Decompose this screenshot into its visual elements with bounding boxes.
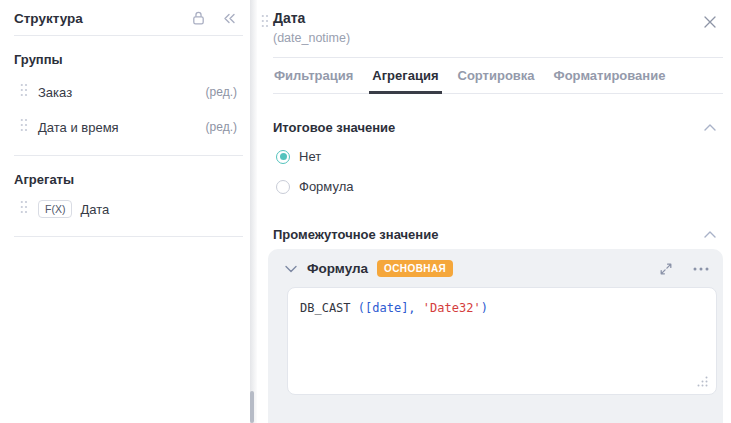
chevron-up-icon[interactable]	[704, 124, 716, 131]
sidebar-divider	[14, 236, 243, 237]
collapse-sidebar-icon[interactable]	[222, 12, 237, 25]
drag-handle-icon[interactable]	[20, 200, 28, 218]
tab-formatting[interactable]: Форматирование	[553, 66, 667, 93]
edit-group-link[interactable]: (ред.)	[206, 120, 237, 134]
sidebar-divider	[14, 35, 243, 36]
structure-sidebar: Структура Группы Заказ	[0, 0, 250, 423]
formula-code-editor[interactable]: DB_CAST ([date], 'Date32')	[287, 287, 717, 395]
chevron-down-icon[interactable]	[285, 265, 297, 273]
group-item-date-time[interactable]: Дата и время (ред.)	[20, 118, 237, 136]
total-value-section-title: Итоговое значение	[273, 120, 395, 135]
group-label: Заказ	[38, 85, 206, 100]
code-function: DB_CAST	[300, 301, 358, 315]
radio-option-formula[interactable]: Формула	[276, 179, 723, 194]
expand-icon[interactable]	[659, 262, 673, 276]
field-settings-panel: Дата (date_notime) Фильтрация Агрегация …	[257, 0, 731, 423]
settings-tabs: Фильтрация Агрегация Сортировка Форматир…	[273, 66, 723, 94]
group-label: Дата и время	[38, 120, 206, 135]
group-item-zakaz[interactable]: Заказ (ред.)	[20, 83, 237, 101]
vertical-scrollbar-thumb[interactable]	[250, 391, 254, 423]
field-title: Дата	[273, 10, 715, 27]
aggregate-item-data[interactable]: F(X) Дата	[20, 200, 237, 218]
resize-handle-icon[interactable]	[697, 376, 708, 387]
sidebar-title: Структура	[14, 11, 191, 26]
drag-handle-icon[interactable]	[20, 83, 28, 101]
header-divider	[273, 57, 723, 58]
lock-icon[interactable]	[191, 10, 206, 26]
primary-badge: ОСНОВНАЯ	[377, 260, 453, 277]
field-subtitle: (date_notime)	[273, 31, 715, 46]
tab-sorting[interactable]: Сортировка	[457, 66, 536, 93]
tab-aggregation[interactable]: Агрегация	[371, 66, 439, 93]
intermediate-value-section-title: Промежуточное значение	[273, 227, 438, 242]
panel-drag-handle-icon[interactable]	[261, 14, 269, 32]
sidebar-divider	[14, 155, 243, 156]
radio-option-none[interactable]: Нет	[276, 149, 723, 164]
code-close-paren: )	[481, 301, 488, 315]
edit-group-link[interactable]: (ред.)	[206, 85, 237, 99]
close-icon[interactable]	[704, 16, 716, 28]
aggregates-section-title: Агрегаты	[14, 172, 236, 187]
chevron-up-icon[interactable]	[704, 231, 716, 238]
groups-section-title: Группы	[14, 52, 236, 67]
more-options-icon[interactable]	[693, 267, 709, 271]
formula-card: Формула ОСНОВНАЯ DB_CAST	[268, 249, 723, 423]
formula-code-line: DB_CAST ([date], 'Date32')	[288, 288, 716, 328]
sidebar-header: Структура	[0, 0, 250, 26]
code-string-literal: 'Date32'	[423, 301, 481, 315]
radio-label: Формула	[299, 179, 353, 194]
radio-label: Нет	[299, 149, 321, 164]
radio-unselected-icon[interactable]	[276, 180, 290, 194]
formula-card-title: Формула	[307, 261, 368, 276]
formula-badge: F(X)	[38, 200, 72, 218]
tab-filtering[interactable]: Фильтрация	[273, 66, 354, 93]
radio-selected-icon[interactable]	[276, 150, 290, 164]
drag-handle-icon[interactable]	[20, 118, 28, 136]
code-args: ([date],	[358, 301, 423, 315]
aggregate-label: Дата	[80, 202, 237, 217]
